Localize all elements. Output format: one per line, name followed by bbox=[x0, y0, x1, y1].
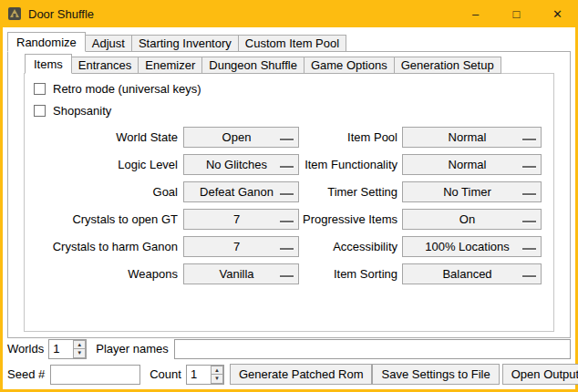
randomize-pane: Items Entrances Enemizer Dungeon Shuffle… bbox=[7, 51, 571, 338]
accessibility-value: 100% Locations bbox=[425, 240, 519, 253]
progressive-items-label: Progressive Items bbox=[303, 212, 397, 226]
item-functionality-value: Normal bbox=[449, 158, 496, 171]
dropdown-indicator-icon bbox=[522, 248, 536, 250]
tab-randomize[interactable]: Randomize bbox=[7, 32, 86, 52]
dropdown-indicator-icon bbox=[280, 193, 294, 195]
option-row: Goal Defeat Ganon Timer Setting No Timer bbox=[25, 178, 553, 205]
dropdown-indicator-icon bbox=[522, 221, 536, 222]
option-row: Logic Level No Glitches Item Functionali… bbox=[25, 150, 553, 178]
seed-row: Seed # Count ▲ ▼ Generate Patched Rom Sa… bbox=[7, 364, 571, 385]
item-functionality-dropdown[interactable]: Normal bbox=[402, 154, 542, 175]
timer-setting-value: No Timer bbox=[443, 185, 501, 199]
timer-setting-dropdown[interactable]: No Timer bbox=[402, 181, 542, 202]
goal-label: Goal bbox=[25, 185, 178, 199]
tab-entrances[interactable]: Entrances bbox=[71, 57, 139, 74]
window-title: Door Shuffle bbox=[28, 7, 455, 21]
footer: Worlds ▲ ▼ Player names Seed # Count bbox=[7, 338, 571, 385]
options-grid: World State Open Item Pool Normal Logic … bbox=[25, 123, 553, 287]
option-row: Weapons Vanilla Item Sorting Balanced bbox=[25, 260, 553, 287]
item-pool-label: Item Pool bbox=[303, 130, 397, 144]
app-icon bbox=[7, 6, 22, 21]
progressive-items-value: On bbox=[459, 212, 484, 226]
spin-down-icon[interactable]: ▼ bbox=[211, 375, 223, 384]
accessibility-dropdown[interactable]: 100% Locations bbox=[402, 236, 542, 257]
shopsanity-label: Shopsanity bbox=[53, 104, 111, 118]
dropdown-indicator-icon bbox=[280, 248, 294, 250]
open-output-directory-button[interactable]: Open Output Directory bbox=[502, 364, 578, 385]
player-names-input[interactable] bbox=[174, 339, 571, 359]
spin-up-icon[interactable]: ▲ bbox=[211, 366, 223, 376]
maximize-icon[interactable]: □ bbox=[496, 0, 537, 27]
secondary-tab-bar: Items Entrances Enemizer Dungeon Shuffle… bbox=[8, 54, 570, 74]
item-pool-dropdown[interactable]: Normal bbox=[402, 127, 542, 148]
spin-up-icon[interactable]: ▲ bbox=[73, 340, 86, 350]
worlds-label: Worlds bbox=[7, 342, 44, 356]
dropdown-indicator-icon bbox=[280, 139, 294, 140]
crystals-gt-dropdown[interactable]: 7 bbox=[183, 209, 299, 230]
logic-level-value: No Glitches bbox=[206, 158, 276, 171]
crystals-gt-value: 7 bbox=[233, 212, 249, 226]
option-row: Crystals to harm Ganon 7 Accessibility 1… bbox=[25, 232, 553, 260]
count-input[interactable] bbox=[187, 366, 211, 384]
crystals-gt-label: Crystals to open GT bbox=[25, 212, 178, 226]
tab-custom-item-pool[interactable]: Custom Item Pool bbox=[238, 35, 346, 52]
crystals-ganon-dropdown[interactable]: 7 bbox=[183, 236, 299, 257]
option-row: Crystals to open GT 7 Progressive Items … bbox=[25, 205, 553, 232]
generate-patched-rom-button[interactable]: Generate Patched Rom bbox=[230, 364, 373, 385]
titlebar: Door Shuffle – □ ✕ bbox=[0, 0, 578, 27]
tab-enemizer[interactable]: Enemizer bbox=[138, 57, 202, 74]
count-stepper[interactable]: ▲ ▼ bbox=[186, 365, 224, 385]
player-names-label: Player names bbox=[96, 342, 168, 356]
tab-dungeon-shuffle[interactable]: Dungeon Shuffle bbox=[201, 57, 304, 74]
shopsanity-checkbox[interactable] bbox=[34, 105, 46, 117]
weapons-dropdown[interactable]: Vanilla bbox=[183, 263, 299, 284]
items-pane: Retro mode (universal keys) Shopsanity W… bbox=[24, 73, 554, 332]
worlds-stepper[interactable]: ▲ ▼ bbox=[48, 339, 87, 359]
dropdown-indicator-icon bbox=[280, 221, 294, 222]
dropdown-indicator-icon bbox=[522, 193, 536, 195]
tab-starting-inventory[interactable]: Starting Inventory bbox=[131, 35, 239, 52]
minimize-icon[interactable]: – bbox=[455, 0, 496, 27]
dropdown-indicator-icon bbox=[522, 166, 536, 168]
world-state-value: Open bbox=[222, 130, 261, 144]
retro-mode-checkbox[interactable] bbox=[34, 83, 46, 95]
tab-generation-setup[interactable]: Generation Setup bbox=[394, 57, 501, 74]
shopsanity-row: Shopsanity bbox=[25, 99, 553, 121]
logic-level-dropdown[interactable]: No Glitches bbox=[183, 154, 299, 175]
item-sorting-dropdown[interactable]: Balanced bbox=[402, 263, 542, 284]
close-icon[interactable]: ✕ bbox=[537, 0, 578, 27]
count-stepper-buttons: ▲ ▼ bbox=[211, 366, 223, 384]
dropdown-indicator-icon bbox=[280, 275, 294, 277]
weapons-value: Vanilla bbox=[219, 267, 263, 281]
window: Door Shuffle – □ ✕ Randomize Adjust Star… bbox=[0, 0, 578, 392]
save-settings-button[interactable]: Save Settings to File bbox=[372, 364, 499, 385]
worlds-input[interactable] bbox=[49, 340, 73, 358]
timer-setting-label: Timer Setting bbox=[303, 185, 397, 199]
tab-game-options[interactable]: Game Options bbox=[304, 57, 395, 74]
world-state-label: World State bbox=[25, 130, 178, 144]
seed-label: Seed # bbox=[7, 367, 45, 381]
worlds-row: Worlds ▲ ▼ Player names bbox=[7, 338, 571, 359]
item-functionality-label: Item Functionality bbox=[303, 158, 397, 171]
spin-down-icon[interactable]: ▼ bbox=[73, 349, 86, 358]
primary-tab-bar: Randomize Adjust Starting Inventory Cust… bbox=[3, 32, 575, 52]
world-state-dropdown[interactable]: Open bbox=[183, 127, 299, 148]
item-sorting-label: Item Sorting bbox=[303, 267, 397, 281]
client-area: Randomize Adjust Starting Inventory Cust… bbox=[3, 27, 575, 389]
worlds-stepper-buttons: ▲ ▼ bbox=[73, 340, 86, 358]
logic-level-label: Logic Level bbox=[25, 158, 178, 171]
tab-items[interactable]: Items bbox=[25, 54, 72, 74]
dropdown-indicator-icon bbox=[522, 139, 536, 140]
goal-value: Defeat Ganon bbox=[200, 185, 283, 199]
dropdown-indicator-icon bbox=[280, 166, 294, 168]
tab-adjust[interactable]: Adjust bbox=[85, 35, 132, 52]
crystals-ganon-value: 7 bbox=[233, 240, 249, 253]
window-controls: – □ ✕ bbox=[455, 0, 578, 27]
crystals-ganon-label: Crystals to harm Ganon bbox=[25, 240, 178, 253]
progressive-items-dropdown[interactable]: On bbox=[402, 209, 542, 230]
weapons-label: Weapons bbox=[25, 267, 178, 281]
retro-mode-label: Retro mode (universal keys) bbox=[53, 82, 201, 96]
goal-dropdown[interactable]: Defeat Ganon bbox=[183, 181, 299, 202]
seed-input[interactable] bbox=[50, 365, 140, 385]
item-sorting-value: Balanced bbox=[442, 267, 501, 281]
